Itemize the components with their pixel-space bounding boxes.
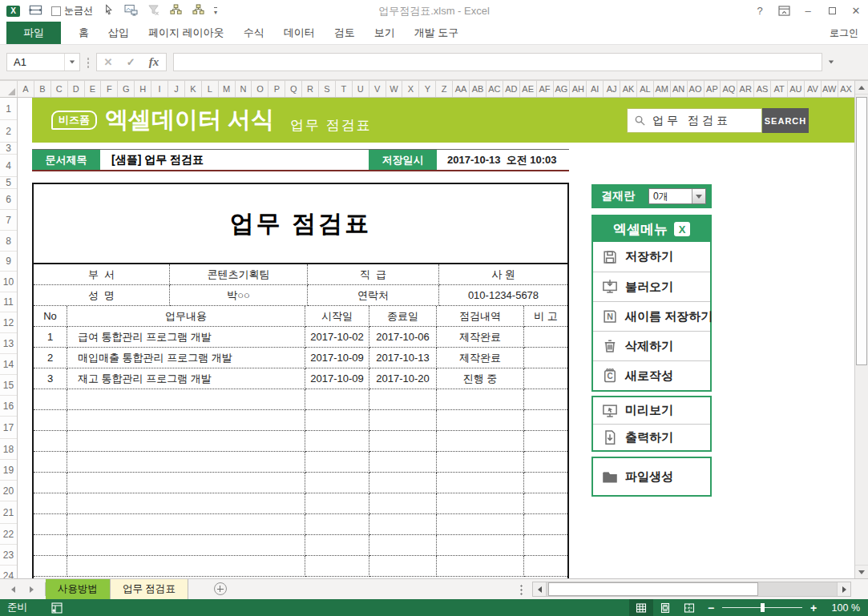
- column-header[interactable]: T: [336, 81, 353, 97]
- column-header[interactable]: H: [135, 81, 151, 97]
- table-cell[interactable]: [305, 431, 369, 452]
- menu-item-load[interactable]: 불러오기: [593, 272, 710, 301]
- row-header[interactable]: 23: [0, 545, 17, 566]
- vertical-scrollbar[interactable]: [854, 80, 868, 578]
- table-cell[interactable]: [67, 410, 305, 431]
- table-cell[interactable]: [524, 473, 567, 493]
- row-header[interactable]: 10: [0, 272, 17, 292]
- next-sheet-button[interactable]: [30, 586, 34, 593]
- table-cell[interactable]: 2017-10-09: [305, 348, 369, 368]
- table-cell[interactable]: [34, 556, 67, 577]
- column-header[interactable]: O: [252, 81, 268, 97]
- table-cell[interactable]: [305, 493, 369, 514]
- zoom-slider-thumb[interactable]: [761, 603, 765, 612]
- table-cell[interactable]: 사 원: [439, 264, 567, 285]
- menu-item-delete[interactable]: 삭제하기: [593, 331, 710, 360]
- table-cell[interactable]: 제작완료: [437, 348, 524, 368]
- row-header[interactable]: 24: [0, 566, 17, 578]
- table-cell[interactable]: [524, 493, 567, 514]
- table-cell[interactable]: 박○○: [170, 285, 308, 306]
- table-cell[interactable]: [524, 535, 567, 556]
- table-cell[interactable]: [369, 389, 437, 410]
- table-cell[interactable]: 1: [34, 327, 67, 348]
- enter-button[interactable]: ✓: [127, 56, 135, 68]
- table-cell[interactable]: [369, 493, 437, 514]
- horizontal-scroll-thumb[interactable]: [548, 582, 758, 596]
- filter-clear-button[interactable]: [147, 4, 160, 18]
- row-header[interactable]: 2: [0, 120, 17, 143]
- table-cell[interactable]: 직 급: [308, 264, 439, 285]
- column-header[interactable]: J: [168, 81, 185, 97]
- ribbon-tab[interactable]: 홈: [69, 22, 99, 44]
- row-header[interactable]: 13: [0, 333, 17, 354]
- table-cell[interactable]: [34, 535, 67, 556]
- table-cell[interactable]: [524, 327, 567, 348]
- formula-bar-expand-button[interactable]: [825, 60, 838, 64]
- menu-item-save[interactable]: 저장하기: [593, 242, 710, 272]
- column-header[interactable]: D: [68, 81, 85, 97]
- column-header[interactable]: AV: [805, 81, 822, 97]
- column-header[interactable]: AJ: [604, 81, 620, 97]
- column-header[interactable]: B: [34, 81, 51, 97]
- column-header[interactable]: AF: [537, 81, 554, 97]
- page-layout-view-button[interactable]: [653, 599, 677, 616]
- ribbon-tab-file[interactable]: 파일: [6, 22, 61, 44]
- row-header[interactable]: 20: [0, 481, 17, 501]
- table-cell[interactable]: [305, 452, 369, 473]
- row-header[interactable]: 8: [0, 231, 17, 252]
- table-cell[interactable]: [437, 493, 524, 514]
- table-cell[interactable]: 2017-10-09: [305, 368, 369, 389]
- header-cell[interactable]: 시작일: [305, 306, 369, 327]
- ribbon-tab[interactable]: 페이지 레이아웃: [139, 22, 234, 44]
- normal-view-button[interactable]: [629, 599, 653, 616]
- ribbon-tab[interactable]: 검토: [325, 22, 365, 44]
- column-header[interactable]: C: [51, 81, 68, 97]
- table-cell[interactable]: 재고 통합관리 프로그램 개발: [67, 368, 305, 389]
- column-header[interactable]: AS: [754, 81, 771, 97]
- screenshot-button[interactable]: [124, 4, 138, 18]
- menu-item-save-as[interactable]: N새이름 저장하기: [593, 301, 710, 331]
- table-cell[interactable]: [67, 493, 305, 514]
- table-cell[interactable]: [369, 556, 437, 577]
- row-header[interactable]: 4: [0, 155, 17, 177]
- cursor-button[interactable]: [102, 4, 115, 18]
- row-header[interactable]: 12: [0, 312, 17, 333]
- row-header[interactable]: 14: [0, 354, 17, 375]
- zoom-slider[interactable]: [722, 599, 802, 616]
- ribbon-display-options-button[interactable]: [772, 0, 796, 22]
- header-cell[interactable]: 비 고: [524, 306, 567, 327]
- table-cell[interactable]: [34, 473, 67, 493]
- table-cell[interactable]: 2017-10-02: [305, 327, 369, 348]
- approval-count-select[interactable]: 0개: [648, 188, 706, 204]
- saved-date-value[interactable]: 2017-10-13 오전 10:03: [437, 150, 569, 170]
- table-cell[interactable]: [67, 431, 305, 452]
- table-cell[interactable]: [305, 410, 369, 431]
- gridlines-toggle[interactable]: 눈금선: [51, 4, 93, 18]
- table-cell[interactable]: [524, 556, 567, 577]
- gridlines-checkbox[interactable]: [51, 6, 61, 16]
- formula-bar-grip[interactable]: [87, 57, 90, 68]
- table-cell[interactable]: 2017-10-20: [369, 368, 437, 389]
- table-cell[interactable]: 콘텐츠기획팀: [170, 264, 308, 285]
- table-cell[interactable]: [369, 473, 437, 493]
- new-sheet-button[interactable]: [214, 582, 227, 595]
- table-cell[interactable]: [524, 452, 567, 473]
- table-cell[interactable]: [437, 431, 524, 452]
- doc-title-value[interactable]: [샘플] 업무 점검표: [100, 150, 369, 170]
- table-cell[interactable]: [369, 514, 437, 535]
- table-cell[interactable]: [34, 493, 67, 514]
- column-header[interactable]: K: [185, 81, 202, 97]
- column-header[interactable]: V: [369, 81, 386, 97]
- column-header[interactable]: AK: [620, 81, 637, 97]
- header-cell[interactable]: 업무내용: [67, 306, 305, 327]
- column-header[interactable]: S: [319, 81, 336, 97]
- table-cell[interactable]: [437, 514, 524, 535]
- column-header[interactable]: U: [353, 81, 369, 97]
- table-cell[interactable]: [437, 410, 524, 431]
- table-cell[interactable]: 010-1234-5678: [439, 285, 567, 306]
- row-header[interactable]: 15: [0, 375, 17, 396]
- table-cell[interactable]: [369, 452, 437, 473]
- column-header[interactable]: AO: [688, 81, 704, 97]
- table-cell[interactable]: [305, 535, 369, 556]
- row-header[interactable]: 22: [0, 524, 17, 545]
